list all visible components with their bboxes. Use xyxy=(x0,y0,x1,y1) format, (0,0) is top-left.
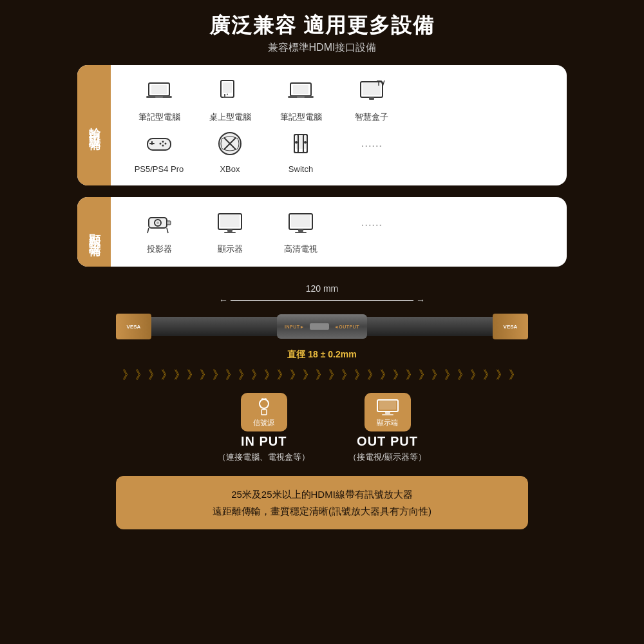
output-item: 顯示端 OUT PUT （接電視/顯示器等） xyxy=(348,393,426,463)
device-monitor: 顯示器 xyxy=(194,209,265,255)
page-subtitle: 兼容標準HDMI接口設備 xyxy=(209,41,435,55)
device-more2: ...... xyxy=(336,209,407,228)
svg-rect-40 xyxy=(220,215,240,227)
svg-point-8 xyxy=(227,94,228,95)
display-card: 顯示設備 xyxy=(77,197,567,267)
svg-rect-5 xyxy=(223,82,232,93)
device-more: ...... xyxy=(336,129,407,151)
output-icon-label: 顯示端 xyxy=(377,418,398,428)
output-row1: 筆記型電腦 桌上型電腦 xyxy=(124,77,554,123)
svg-line-37 xyxy=(147,228,149,233)
hdtv-icon xyxy=(287,209,315,241)
output-row2: PS5/PS4 Pro XBox xyxy=(124,129,554,174)
output-desc: （接電視/顯示器等） xyxy=(348,451,426,463)
device-projector: 投影器 xyxy=(124,209,194,255)
device-laptop: 筆記型電腦 xyxy=(124,77,194,123)
svg-rect-52 xyxy=(385,412,390,414)
device-tv: TV 智慧盒子 xyxy=(336,77,407,123)
dimension-section: 120 mm ← → VESA VESA INPUT► ◄OUTPU xyxy=(77,277,567,529)
svg-rect-19 xyxy=(149,143,155,144)
svg-rect-53 xyxy=(382,414,393,415)
projector-icon xyxy=(145,209,173,241)
laptop2-icon xyxy=(287,77,315,109)
cable-diagram: VESA VESA INPUT► ◄OUTPUT xyxy=(116,310,528,343)
svg-rect-3 xyxy=(155,97,163,98)
tv-icon: TV xyxy=(357,77,386,109)
display-card-label: 顯示設備 xyxy=(77,197,111,267)
device-label-laptop: 筆記型電腦 xyxy=(138,111,180,123)
output-title: OUT PUT xyxy=(357,434,418,449)
cards-container: 輸出設備 筆記型電腦 xyxy=(77,65,567,267)
svg-rect-1 xyxy=(151,85,167,94)
device-ps5: PS5/PS4 Pro xyxy=(124,129,194,174)
desktop-icon xyxy=(216,77,244,109)
input-icon-label: 信號源 xyxy=(253,418,274,428)
svg-point-22 xyxy=(162,145,164,147)
svg-point-32 xyxy=(304,141,307,144)
device-label-monitor: 顯示器 xyxy=(218,243,243,255)
output-icon-box: 顯示端 xyxy=(365,393,411,431)
more-dots2-icon: ...... xyxy=(361,215,382,228)
device-label-xbox: XBox xyxy=(220,164,240,174)
input-desc: （連接電腦、電視盒等） xyxy=(218,451,310,463)
device-label-tv: 智慧盒子 xyxy=(355,111,388,123)
bottom-note: 25米及25米以上的HDMI線帶有訊號放大器 遠距離傳輸，畫質穩定清晰(訊號放大… xyxy=(116,476,528,529)
svg-rect-51 xyxy=(379,401,396,410)
svg-rect-7 xyxy=(223,97,232,98)
svg-point-47 xyxy=(260,399,269,408)
display-card-content: 投影器 顯示器 xyxy=(111,197,567,267)
svg-rect-45 xyxy=(298,229,303,232)
svg-rect-41 xyxy=(227,229,232,232)
svg-rect-12 xyxy=(297,97,305,98)
svg-point-21 xyxy=(165,143,167,145)
display-row1: 投影器 顯示器 xyxy=(124,209,554,255)
gamepad-icon xyxy=(145,129,173,162)
length-label: 120 mm xyxy=(306,283,339,294)
page: 廣泛兼容 適用更多設備 兼容標準HDMI接口設備 輸出設備 xyxy=(0,0,644,644)
svg-rect-46 xyxy=(295,232,307,233)
svg-rect-44 xyxy=(291,215,310,227)
device-label-desktop: 桌上型電腦 xyxy=(209,111,251,123)
device-switch: Switch xyxy=(265,129,336,174)
svg-rect-36 xyxy=(167,221,171,225)
svg-point-35 xyxy=(156,222,159,224)
diameter-label: 直徑 18 ± 0.2mm xyxy=(287,349,356,361)
svg-line-38 xyxy=(167,228,168,233)
input-item: 信號源 IN PUT （連接電腦、電視盒等） xyxy=(218,393,310,463)
switch-icon xyxy=(287,129,315,162)
bottom-note-text: 25米及25米以上的HDMI線帶有訊號放大器 遠距離傳輸，畫質穩定清晰(訊號放大… xyxy=(131,486,513,519)
device-desktop: 桌上型電腦 xyxy=(194,77,265,123)
svg-rect-10 xyxy=(293,85,308,94)
svg-point-20 xyxy=(162,141,164,143)
device-xbox: XBox xyxy=(194,129,265,174)
device-label-ps5: PS5/PS4 Pro xyxy=(135,164,184,174)
svg-point-23 xyxy=(160,143,162,145)
svg-rect-42 xyxy=(224,232,236,233)
svg-rect-48 xyxy=(261,410,267,415)
xbox-icon xyxy=(216,129,244,162)
input-icon-box: 信號源 xyxy=(241,393,287,431)
svg-point-31 xyxy=(295,141,298,144)
output-card-content: 筆記型電腦 桌上型電腦 xyxy=(111,65,567,185)
device-label-switch: Switch xyxy=(289,164,313,174)
input-title: IN PUT xyxy=(241,434,287,449)
output-card-label: 輸出設備 xyxy=(77,65,111,185)
device-label-hdtv: 高清電視 xyxy=(284,243,317,255)
page-title: 廣泛兼容 適用更多設備 xyxy=(209,12,435,40)
device-laptop2: 筆記型電腦 xyxy=(265,77,336,123)
output-card: 輸出設備 筆記型電腦 xyxy=(77,65,567,185)
svg-rect-16 xyxy=(369,97,374,100)
monitor-icon xyxy=(216,209,244,241)
laptop-icon xyxy=(145,77,173,109)
device-label-projector: 投影器 xyxy=(147,243,172,255)
more-dots-icon: ...... xyxy=(361,136,382,149)
io-section: 信號源 IN PUT （連接電腦、電視盒等） 顯示端 OUT PUT xyxy=(218,393,426,463)
device-hdtv: 高清電視 xyxy=(265,209,336,255)
device-label-laptop2: 筆記型電腦 xyxy=(280,111,322,123)
header: 廣泛兼容 適用更多設備 兼容標準HDMI接口設備 xyxy=(209,12,435,55)
svg-text:TV: TV xyxy=(377,80,385,87)
zigzag-decoration: 》》》》》》》》》》》》》》》》》》》》》》》》》》》》》》》 xyxy=(122,367,522,383)
